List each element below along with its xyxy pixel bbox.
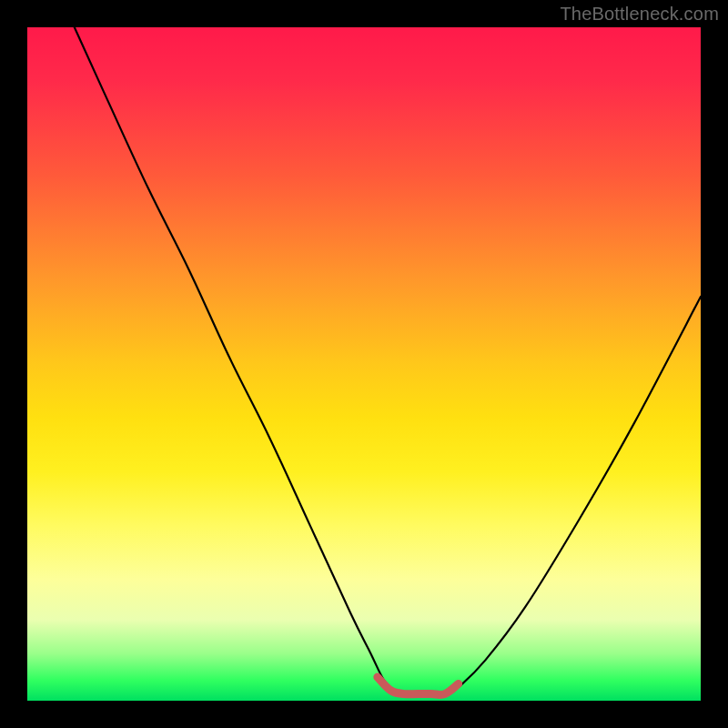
bottleneck-curve [75,27,701,695]
chart-container: TheBottleneck.com [0,0,728,728]
curve-layer [27,27,701,701]
plot-area [27,27,701,701]
optimal-band [378,677,459,694]
watermark-text: TheBottleneck.com [560,4,719,25]
